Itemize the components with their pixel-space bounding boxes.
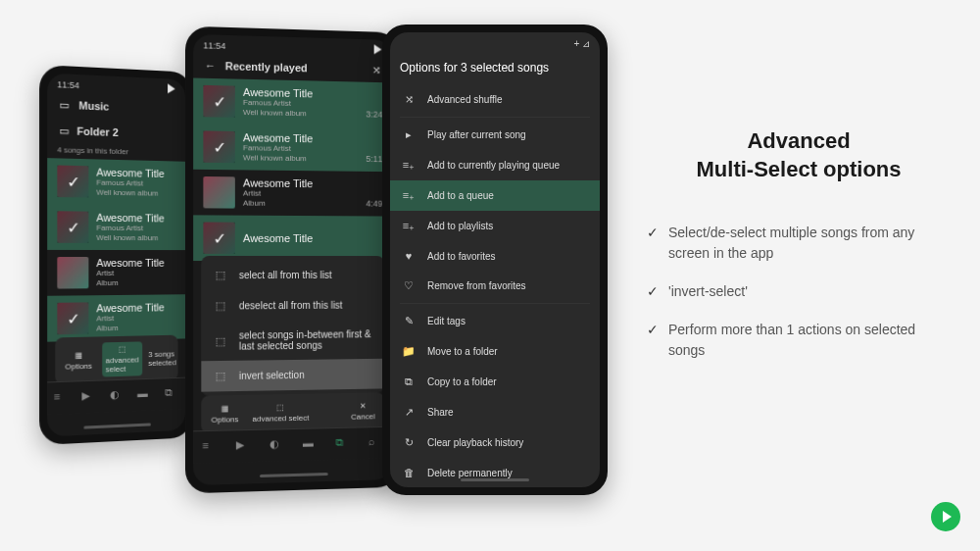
option-icon: ≡₊ xyxy=(402,220,416,232)
song-row[interactable]: Awesome Title Artist Album xyxy=(47,250,185,296)
breadcrumb-label: Music xyxy=(78,99,109,112)
song-album: Well known album xyxy=(243,108,382,120)
check-icon: ✓ xyxy=(647,281,659,302)
back-icon[interactable]: ← xyxy=(203,59,217,74)
option-icon: ↗ xyxy=(402,406,416,419)
song-title: Awesome Title xyxy=(96,257,175,269)
option-item[interactable]: 🗑Delete permanently xyxy=(390,458,600,487)
clock: 11:54 xyxy=(57,79,79,90)
option-label: Add to a queue xyxy=(427,190,494,201)
queue-icon[interactable]: ≡ xyxy=(202,439,218,456)
option-item[interactable]: ≡₊Add to a queue xyxy=(390,180,600,211)
advanced-select-option[interactable]: ⬚select songs in-between first & last se… xyxy=(201,320,384,361)
option-item[interactable]: 📁Move to a folder xyxy=(390,336,600,367)
song-row[interactable]: Awesome Title Famous Artist Well known a… xyxy=(47,158,185,206)
option-item[interactable]: ⤨Advanced shuffle xyxy=(390,84,600,115)
duration: 3:24 xyxy=(366,109,382,119)
advanced-select-option[interactable]: ⬚invert selection xyxy=(201,359,384,392)
option-icon: ⧉ xyxy=(402,376,416,388)
album-art xyxy=(57,211,88,243)
option-item[interactable]: ≡₊Add to currently playing queue xyxy=(390,150,600,180)
album-art xyxy=(57,257,88,289)
advanced-select-option[interactable]: ⬚select all from this list xyxy=(201,260,384,290)
selected-count: 3 songs selected xyxy=(148,349,179,368)
album-art xyxy=(57,166,88,198)
option-item[interactable]: ≡₊Add to playlists xyxy=(390,211,600,241)
option-icon: ♥ xyxy=(402,250,416,262)
library-icon[interactable]: ⧉ xyxy=(336,436,352,452)
option-label: Play after current song xyxy=(427,129,526,140)
play-icon xyxy=(374,44,382,54)
song-album: Well known album xyxy=(96,233,175,243)
song-row[interactable]: Awesome Title Artist Album 4:49 xyxy=(193,170,392,217)
song-title: Awesome Title xyxy=(243,177,382,190)
song-album: Well known album xyxy=(243,153,382,165)
advanced-select-option[interactable]: ⬚deselect all from this list xyxy=(201,290,384,322)
song-artist: Artist xyxy=(96,269,175,278)
option-item[interactable]: ⧉Copy to a folder xyxy=(390,367,600,397)
advanced-select-button[interactable]: ⬚ advanced select xyxy=(249,400,314,426)
advanced-select-popup: ⬚select all from this list⬚deselect all … xyxy=(201,256,384,396)
bullet-item: ✓'invert-select' xyxy=(647,281,951,302)
play-icon xyxy=(168,83,175,93)
bottom-nav: ≡ ▶ ◐ ▬ ⧉ xyxy=(47,377,185,415)
option-item[interactable]: ♡Remove from favorites xyxy=(390,271,600,301)
options-icon: ▦ xyxy=(74,350,82,359)
select-icon: ⬚ xyxy=(214,269,227,281)
option-item[interactable]: ↗Share xyxy=(390,397,600,427)
close-icon: ✕ xyxy=(360,402,367,411)
advanced-select-button[interactable]: ⬚ advanced select xyxy=(102,341,143,376)
options-button[interactable]: ▦ Options xyxy=(207,401,242,427)
play-icon[interactable]: ▶ xyxy=(82,389,98,406)
song-row[interactable]: Awesome Title Famous Artist Well known a… xyxy=(47,204,185,250)
song-row[interactable]: Awesome Title xyxy=(193,215,392,261)
profile-icon[interactable]: ◐ xyxy=(270,437,285,453)
folder-name: Folder 2 xyxy=(76,125,118,138)
shuffle-icon[interactable]: ⤨ xyxy=(369,63,383,76)
song-row[interactable]: Awesome Title Famous Artist Well known a… xyxy=(193,78,392,127)
song-artist: Famous Artist xyxy=(96,224,175,233)
gesture-bar xyxy=(83,423,150,428)
app-logo xyxy=(931,502,960,531)
folder-icon[interactable]: ▬ xyxy=(137,387,152,403)
page-title: Recently played xyxy=(225,60,308,74)
option-item[interactable]: ▸Play after current song xyxy=(390,120,600,150)
status-bar: + ⊿ xyxy=(390,32,600,51)
select-icon: ⬚ xyxy=(277,403,285,412)
folder-icon[interactable]: ▬ xyxy=(303,436,318,452)
option-label: Add to currently playing queue xyxy=(427,160,560,171)
option-label: Delete permanently xyxy=(427,468,513,478)
duration: 5:11 xyxy=(366,154,382,164)
option-label: Edit tags xyxy=(427,316,466,326)
option-item[interactable]: ✎Edit tags xyxy=(390,306,600,336)
gesture-bar xyxy=(260,473,328,477)
option-label: Add to playlists xyxy=(427,221,493,231)
gesture-bar xyxy=(461,478,529,481)
song-album: Well known album xyxy=(96,188,175,199)
profile-icon[interactable]: ◐ xyxy=(110,388,125,405)
album-art xyxy=(203,223,234,254)
queue-icon[interactable]: ≡ xyxy=(54,390,70,407)
album-art xyxy=(203,176,234,209)
song-title: Awesome Title xyxy=(243,232,382,244)
options-button[interactable]: ▦ Options xyxy=(61,347,96,374)
duration: 4:49 xyxy=(366,199,382,209)
option-icon: ⤨ xyxy=(402,93,416,106)
options-header: Options for 3 selected songs xyxy=(390,51,600,84)
song-album: Album xyxy=(96,278,175,288)
folder-header[interactable]: ▭ Folder 2 xyxy=(47,117,185,147)
option-label: Clear playback history xyxy=(427,437,523,448)
bullet-item: ✓Perform more than 1 actions on selected… xyxy=(647,320,951,361)
select-icon: ⬚ xyxy=(119,345,126,354)
library-icon[interactable]: ⧉ xyxy=(165,386,179,402)
phone-center: 11:54 ← Recently played ⤨ Awesome Title … xyxy=(185,26,400,494)
album-art xyxy=(203,85,234,118)
option-item[interactable]: ↻Clear playback history xyxy=(390,427,600,458)
option-icon: ≡₊ xyxy=(402,159,416,172)
option-item[interactable]: ♥Add to favorites xyxy=(390,241,600,271)
cancel-button[interactable]: ✕ Cancel xyxy=(347,398,378,424)
song-row[interactable]: Awesome Title Famous Artist Well known a… xyxy=(193,124,392,172)
marketing-copy: Advanced Multi-Select options ✓Select/de… xyxy=(647,127,951,378)
play-icon[interactable]: ▶ xyxy=(236,438,252,455)
option-label: Advanced shuffle xyxy=(427,94,503,105)
